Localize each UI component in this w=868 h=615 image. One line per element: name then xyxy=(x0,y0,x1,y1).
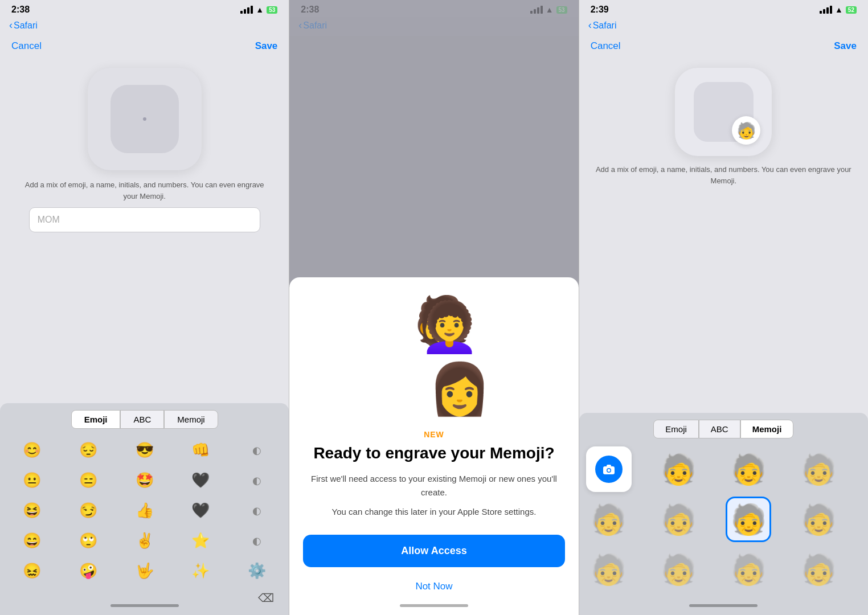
memoji-illustration: 🧔 👩‍🦱 👩 xyxy=(377,293,491,419)
save-button-3[interactable]: Save xyxy=(834,40,857,52)
wifi-icon-1: ▲ xyxy=(256,5,264,14)
memoji-face-8[interactable]: 🧓 xyxy=(586,547,632,592)
modal-title: Ready to engrave your Memoji? xyxy=(313,444,554,463)
emoji-24[interactable]: ✨ xyxy=(173,556,228,585)
emoji-25[interactable]: ⚙️ xyxy=(230,556,285,585)
emoji-6[interactable]: 😐 xyxy=(5,466,60,495)
safari-back-1[interactable]: ‹ Safari xyxy=(9,19,38,31)
engrave-desc-3: Add a mix of emoji, a name, initials, an… xyxy=(579,156,868,192)
battery-3: 52 xyxy=(846,6,857,14)
airpods-case-1 xyxy=(88,68,202,170)
emoji-12[interactable]: 😏 xyxy=(61,496,116,525)
safari-back-label-3: Safari xyxy=(593,20,617,31)
emoji-2[interactable]: 😔 xyxy=(61,436,116,465)
keyboard-tabs-3: Emoji ABC Memoji xyxy=(584,420,863,438)
top-nav-1: Cancel Save xyxy=(0,36,289,56)
emoji-23[interactable]: 🤟 xyxy=(117,556,172,585)
memoji-face-4[interactable]: 🧓 xyxy=(586,497,632,542)
keyboard-3: Emoji ABC Memoji 🧓 🧓 🧓 🧓 xyxy=(579,413,868,615)
home-indicator-3 xyxy=(579,596,868,615)
signal-icon-3 xyxy=(820,6,832,14)
keyboard-1: Emoji ABC Memoji 😊 😔 😎 👊 ◐ 😐 😑 🤩 🖤 ◐ 😆 😏… xyxy=(0,403,289,615)
emoji-21[interactable]: 😖 xyxy=(5,556,60,585)
tab-memoji-1[interactable]: Memoji xyxy=(164,410,218,429)
emoji-15[interactable]: ◐ xyxy=(230,496,285,525)
modal-overlay-2: 🧔 👩‍🦱 👩 New Ready to engrave your Memoji… xyxy=(289,0,578,615)
allow-access-button[interactable]: Allow Access xyxy=(303,535,564,567)
tab-emoji-3[interactable]: Emoji xyxy=(653,420,699,438)
emoji-20[interactable]: ◐ xyxy=(230,526,285,555)
camera-picker[interactable] xyxy=(586,446,632,492)
status-bar-3: 2:39 ▲ 52 xyxy=(579,0,868,17)
screen-2: 2:38 ▲ 53 ‹ Safari 🧔 👩‍🦱 👩 xyxy=(289,0,579,615)
emoji-7[interactable]: 😑 xyxy=(61,466,116,495)
memoji-in-case: 🧓 xyxy=(736,121,756,140)
not-now-button[interactable]: Not Now xyxy=(411,576,457,597)
screen-1: 2:38 ▲ 53 ‹ Safari Cancel Save Add a mix… xyxy=(0,0,289,615)
engrave-desc-1: Add a mix of emoji, a name, initials, an… xyxy=(0,170,289,207)
emoji-11[interactable]: 😆 xyxy=(5,496,60,525)
save-button-1[interactable]: Save xyxy=(255,40,278,52)
tab-abc-3[interactable]: ABC xyxy=(699,420,740,438)
home-indicator-1 xyxy=(0,596,289,615)
tab-emoji-1[interactable]: Emoji xyxy=(71,410,121,429)
home-bar-1 xyxy=(110,604,179,607)
screen-3: 2:39 ▲ 52 ‹ Safari Cancel Save 🧓 Add a m… xyxy=(579,0,868,615)
home-bar-3 xyxy=(689,604,758,607)
safari-back-label-1: Safari xyxy=(14,20,38,31)
emoji-8[interactable]: 🤩 xyxy=(117,466,172,495)
emoji-10[interactable]: ◐ xyxy=(230,466,285,495)
emoji-17[interactable]: 🙄 xyxy=(61,526,116,555)
memoji-badge-3: 🧓 xyxy=(732,116,760,145)
tab-abc-1[interactable]: ABC xyxy=(120,410,164,429)
wifi-icon-3: ▲ xyxy=(835,5,843,14)
memoji-face-2[interactable]: 🧓 xyxy=(726,446,771,492)
safari-bar-3: ‹ Safari xyxy=(579,17,868,36)
emoji-16[interactable]: 😄 xyxy=(5,526,60,555)
airpods-led-1 xyxy=(143,117,146,121)
emoji-9[interactable]: 🖤 xyxy=(173,466,228,495)
memoji-face-11[interactable]: 🧓 xyxy=(796,547,841,592)
emoji-5[interactable]: ◐ xyxy=(230,436,285,465)
input-placeholder-1: MOM xyxy=(38,215,60,225)
camera-icon xyxy=(595,456,623,483)
chevron-left-icon-3: ‹ xyxy=(588,19,592,31)
svg-rect-3 xyxy=(607,465,611,467)
modal-badge: New xyxy=(424,430,444,439)
memoji-face-1[interactable]: 🧓 xyxy=(656,446,701,492)
engrave-input-1[interactable]: MOM xyxy=(29,207,260,232)
top-nav-3: Cancel Save xyxy=(579,36,868,56)
safari-bar-1: ‹ Safari xyxy=(0,17,289,36)
emoji-19[interactable]: ⭐ xyxy=(173,526,228,555)
emoji-14[interactable]: 🖤 xyxy=(173,496,228,525)
cancel-button-1[interactable]: Cancel xyxy=(11,40,42,52)
emoji-grid-1: 😊 😔 😎 👊 ◐ 😐 😑 🤩 🖤 ◐ 😆 😏 👍 🖤 ◐ 😄 🙄 ✌️ ⭐ ◐… xyxy=(5,436,284,585)
emoji-22[interactable]: 🤪 xyxy=(61,556,116,585)
emoji-4[interactable]: 👊 xyxy=(173,436,228,465)
tab-memoji-3[interactable]: Memoji xyxy=(740,420,794,438)
memoji-face-9[interactable]: 🧓 xyxy=(656,547,701,592)
memoji-face-5[interactable]: 🧓 xyxy=(656,497,701,542)
emoji-1[interactable]: 😊 xyxy=(5,436,60,465)
emoji-18[interactable]: ✌️ xyxy=(117,526,172,555)
memoji-face-3[interactable]: 🧓 xyxy=(796,446,841,492)
memoji-face-7[interactable]: 🧓 xyxy=(796,497,841,542)
memoji-face-6[interactable]: 🧓 xyxy=(726,497,771,542)
cancel-button-3[interactable]: Cancel xyxy=(591,40,621,52)
signal-icon-1 xyxy=(240,6,253,14)
status-icons-1: ▲ 53 xyxy=(240,5,277,14)
airpods-case-3: 🧓 xyxy=(675,68,772,156)
modal-desc-1: First we'll need access to your existing… xyxy=(303,472,564,499)
memoji-head-2: 👩‍🦱 xyxy=(419,299,480,356)
status-icons-3: ▲ 52 xyxy=(820,5,857,14)
status-bar-1: 2:38 ▲ 53 xyxy=(0,0,289,17)
safari-back-3[interactable]: ‹ Safari xyxy=(588,19,617,31)
memoji-grid-3: 🧓 🧓 🧓 🧓 🧓 🧓 🧓 🧓 🧓 🧓 🧓 xyxy=(584,446,863,592)
battery-1: 53 xyxy=(267,6,277,14)
keyboard-tabs-1: Emoji ABC Memoji xyxy=(5,410,284,429)
chevron-left-icon-1: ‹ xyxy=(9,19,13,31)
memoji-head-3: 👩 xyxy=(428,359,491,419)
emoji-13[interactable]: 👍 xyxy=(117,496,172,525)
emoji-3[interactable]: 😎 xyxy=(117,436,172,465)
memoji-face-10[interactable]: 🧓 xyxy=(726,547,771,592)
